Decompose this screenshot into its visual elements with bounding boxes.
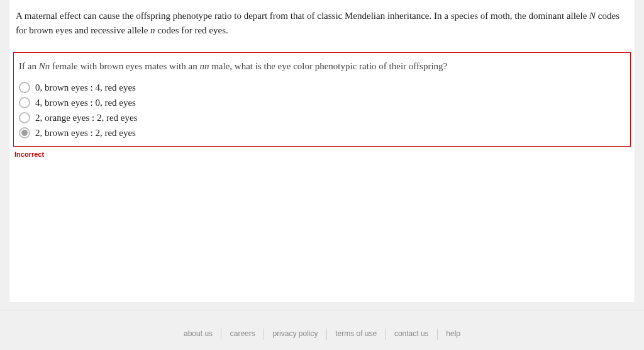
question-text: If an Nn female with brown eyes mates wi… — [19, 59, 625, 74]
intro-text: A maternal effect can cause the offsprin… — [9, 0, 635, 51]
divider-icon — [386, 329, 386, 340]
q-genotype-1: Nn — [39, 61, 50, 71]
footer-link-about[interactable]: about us — [177, 329, 219, 338]
content-card: A maternal effect can cause the offsprin… — [9, 0, 635, 302]
q-part3: male, what is the eye color phenotypic r… — [209, 61, 447, 71]
option-2[interactable]: 2, orange eyes : 2, red eyes — [19, 112, 625, 123]
option-0[interactable]: 0, brown eyes : 4, red eyes — [19, 82, 625, 93]
footer-link-help[interactable]: help — [440, 329, 467, 338]
radio-icon — [19, 112, 30, 123]
q-genotype-2: nn — [199, 61, 209, 71]
radio-icon — [19, 127, 30, 138]
divider-icon — [221, 329, 221, 340]
q-part2: female with brown eyes mates with an — [50, 61, 199, 71]
radio-icon — [19, 97, 30, 108]
divider-icon — [437, 329, 438, 340]
option-1[interactable]: 4, brown eyes : 0, red eyes — [19, 97, 625, 108]
feedback-text: Incorrect — [9, 147, 635, 158]
footer-link-contact[interactable]: contact us — [388, 329, 435, 338]
footer-nav: about us careers privacy policy terms of… — [0, 329, 644, 340]
option-label: 2, brown eyes : 2, red eyes — [35, 128, 136, 138]
divider — [0, 310, 644, 310]
option-3[interactable]: 2, brown eyes : 2, red eyes — [19, 127, 625, 138]
footer-link-privacy[interactable]: privacy policy — [266, 329, 324, 338]
option-label: 2, orange eyes : 2, red eyes — [35, 113, 137, 123]
intro-part3: codes for red eyes. — [155, 25, 228, 35]
divider-icon — [326, 329, 327, 340]
divider-icon — [264, 329, 264, 340]
radio-icon — [19, 82, 30, 93]
intro-allele-N: N — [589, 11, 596, 21]
options-list: 0, brown eyes : 4, red eyes 4, brown eye… — [19, 82, 625, 138]
option-label: 0, brown eyes : 4, red eyes — [35, 82, 136, 93]
intro-allele-n: n — [150, 25, 155, 35]
footer-link-terms[interactable]: terms of use — [329, 329, 383, 338]
footer-link-careers[interactable]: careers — [224, 329, 262, 338]
intro-part1: A maternal effect can cause the offsprin… — [16, 11, 589, 21]
question-box: If an Nn female with brown eyes mates wi… — [13, 52, 631, 147]
option-label: 4, brown eyes : 0, red eyes — [35, 98, 136, 108]
q-part1: If an — [19, 61, 39, 71]
